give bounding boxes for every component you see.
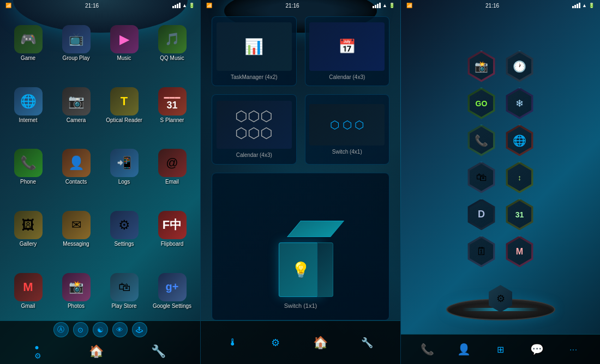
- panel3-wifi-right: ▲: [582, 3, 587, 8]
- app-qqmusic[interactable]: 🎵 QQ Music: [153, 25, 192, 61]
- panel2-left-status: 📶: [206, 3, 212, 8]
- app-game[interactable]: 🎮 Game: [9, 25, 48, 61]
- panel1-nav-wrench[interactable]: 🔧: [151, 344, 166, 359]
- app-camera[interactable]: 📷 Camera: [57, 87, 96, 123]
- hex-clock[interactable]: 🕐: [503, 50, 536, 83]
- panel1-nav-settings[interactable]: ●⚙: [34, 343, 41, 360]
- hex-photos[interactable]: 📸: [465, 50, 498, 83]
- wifi-icon-right: ▲: [182, 3, 187, 8]
- widget-taskmanager-label: TaskManager (4x2): [231, 74, 278, 80]
- app-gmail[interactable]: M Gmail: [9, 273, 48, 309]
- panel2-nav-wrench[interactable]: 🔧: [361, 337, 373, 349]
- panel2-nav-thermo[interactable]: 🌡: [228, 337, 238, 348]
- app-qqmusic-label: QQ Music: [160, 55, 184, 61]
- app-groupplay[interactable]: 📺 Group Play: [57, 25, 96, 61]
- panel2-widget-chooser: 📶 21:16 ▲ 🔋 📊 TaskManager (4x2) 📅: [200, 0, 400, 364]
- app-messaging[interactable]: ✉ Messaging: [57, 211, 96, 247]
- left-status-icons: 📶: [5, 3, 11, 8]
- quick-icon-game[interactable]: 🕹: [132, 322, 147, 337]
- app-phone[interactable]: 📞 Phone: [9, 149, 48, 185]
- hex-gmail[interactable]: M: [503, 235, 536, 268]
- panel3-nav-apps[interactable]: ⊞: [490, 338, 512, 360]
- panel1-status-bar: 📶 21:16 ▲ 🔋: [0, 0, 200, 11]
- app-groupplay-label: Group Play: [62, 55, 89, 61]
- signal-icon: [172, 3, 181, 8]
- center-settings-hex[interactable]: ⚙: [487, 285, 514, 312]
- panel2-home-icon: 🏠: [313, 336, 328, 350]
- app-music[interactable]: ▶ Music: [105, 25, 144, 61]
- app-photos-icon: 📸: [62, 273, 91, 301]
- platform-base: ⚙: [446, 299, 555, 331]
- widget-switch-3d[interactable]: 💡 Switch (1x1): [212, 173, 389, 321]
- app-gallery[interactable]: 🖼 Gallery: [9, 211, 48, 247]
- panel2-wifi-left: 📶: [206, 3, 212, 8]
- app-splanner[interactable]: ▬▬▬ 31 S Planner: [153, 87, 192, 123]
- app-camera-icon: 📷: [62, 87, 91, 116]
- app-internet-icon: 🌐: [14, 87, 43, 116]
- hex-d[interactable]: D: [465, 198, 498, 231]
- panel2-nav-home[interactable]: 🏠: [313, 336, 328, 350]
- hex-phone[interactable]: 📞: [465, 124, 498, 157]
- app-photos[interactable]: 📸 Photos: [57, 273, 96, 309]
- app-optical[interactable]: T Optical Reader: [105, 87, 144, 123]
- app-googlesettings[interactable]: g+ Google Settings: [153, 273, 192, 309]
- panel3-apps-icon: ⊞: [497, 344, 504, 355]
- hex-store[interactable]: 🛍: [465, 161, 498, 194]
- app-email-label: Email: [165, 179, 179, 185]
- app-playstore-label: Play Store: [111, 303, 136, 309]
- panel2-wifi-right: ▲: [382, 3, 387, 8]
- app-flipboard-icon: F中: [158, 211, 187, 239]
- hex-row-4: 🛍 ↕: [465, 161, 536, 194]
- panel2-status-bar: 📶 21:16 ▲ 🔋: [201, 0, 400, 11]
- app-logs[interactable]: 📲 Logs: [105, 149, 144, 185]
- widget-calendar-4x3[interactable]: 📅 Calendar (4x3): [305, 16, 390, 86]
- app-splanner-icon: ▬▬▬ 31: [158, 87, 187, 116]
- widget-calendar-4x3b[interactable]: ⬡⬡⬡⬡⬡⬡ Calendar (4x3): [212, 94, 297, 164]
- hex-calendar31[interactable]: 31: [503, 198, 536, 231]
- app-logs-icon: 📲: [110, 149, 139, 177]
- panel3-wifi-left: 📶: [406, 3, 412, 8]
- hex-go[interactable]: GO: [465, 87, 498, 120]
- app-internet-label: Internet: [19, 117, 38, 123]
- app-email[interactable]: @ Email: [153, 149, 192, 185]
- hex-chrome[interactable]: 🌐: [503, 124, 536, 157]
- panel3-nav-contacts[interactable]: 👤: [453, 338, 475, 360]
- panel1-nav-home[interactable]: 🏠: [89, 344, 104, 359]
- panel3-nav-chat[interactable]: 💬: [526, 338, 548, 360]
- app-settings[interactable]: ⚙ Settings: [105, 211, 144, 247]
- app-camera-label: Camera: [67, 117, 86, 123]
- app-playstore[interactable]: 🛍 Play Store: [105, 273, 144, 309]
- quick-icon-eye[interactable]: 👁: [112, 322, 128, 337]
- app-contacts[interactable]: 👤 Contacts: [57, 149, 96, 185]
- panel3-phone-icon: 📞: [421, 343, 434, 356]
- widget-switch-4x1[interactable]: ⬡ ⬡ ⬡ Switch (4x1): [305, 94, 390, 164]
- app-messaging-label: Messaging: [63, 241, 89, 247]
- app-messaging-icon: ✉: [62, 211, 91, 239]
- app-game-label: Game: [21, 55, 35, 61]
- panel3-status-bar: 📶 21:16 ▲ 🔋: [401, 0, 600, 11]
- quick-icon-a[interactable]: Ⓐ: [53, 322, 69, 337]
- app-gmail-label: Gmail: [21, 303, 35, 309]
- hex-calendar-alt[interactable]: 🗓: [465, 235, 498, 268]
- app-flipboard[interactable]: F中 Flipboard: [153, 211, 192, 247]
- quick-icon-dot[interactable]: ⊙: [73, 322, 88, 337]
- panel3-nav-more[interactable]: ···: [563, 338, 585, 360]
- widget-taskmanager[interactable]: 📊 TaskManager (4x2): [212, 16, 297, 86]
- home-nav-icon: 🏠: [89, 344, 104, 359]
- app-optical-icon: T: [110, 87, 139, 116]
- panel3-chat-icon: 💬: [530, 343, 544, 356]
- app-email-icon: @: [158, 149, 187, 177]
- thermo-icon: 🌡: [228, 337, 238, 348]
- hex-snowflake[interactable]: ❄: [503, 87, 536, 120]
- app-internet[interactable]: 🌐 Internet: [9, 87, 48, 123]
- app-playstore-icon: 🛍: [110, 273, 139, 301]
- hex-swipe[interactable]: ↕: [503, 161, 536, 194]
- panel2-nav-settings[interactable]: ⚙: [271, 337, 280, 349]
- app-settings-label: Settings: [114, 241, 134, 247]
- quick-icon-circle[interactable]: ☯: [93, 322, 108, 337]
- widget-switch-3d-label: Switch (1x1): [284, 302, 317, 309]
- center-hex-shape: ⚙: [487, 285, 514, 312]
- panel3-nav-phone[interactable]: 📞: [417, 338, 439, 360]
- hex-row-6: 🗓 M: [465, 235, 536, 268]
- panel2-settings-icon: ⚙: [271, 337, 280, 349]
